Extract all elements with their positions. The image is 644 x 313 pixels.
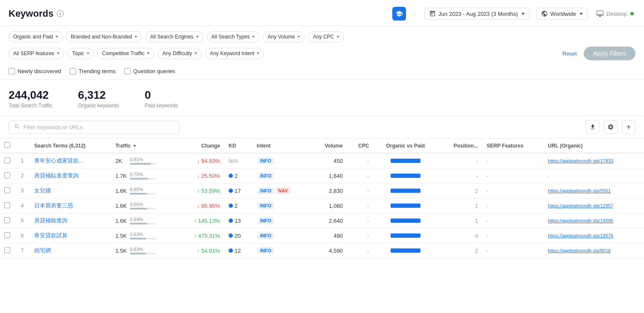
- row-change: ↑ 145.13%: [177, 213, 224, 228]
- url-link[interactable]: https://applealmondh sts/5561: [548, 188, 611, 193]
- intent-badge: NAV: [276, 187, 290, 194]
- traffic-value: 2K: [115, 158, 127, 164]
- export-icon-btn[interactable]: [586, 120, 600, 134]
- apply-filters-button[interactable]: Apply Filters: [584, 47, 635, 60]
- url-link[interactable]: https://applealmondh sts/8016: [548, 248, 611, 253]
- traffic-pct: 0.70%: [130, 172, 156, 177]
- row-keyword[interactable]: 房貸補助查詢: [30, 213, 111, 228]
- keyword-link[interactable]: 房貸補貼進度查詢: [34, 172, 79, 179]
- row-position: 2: [438, 183, 482, 198]
- row-keyword[interactable]: 日本買房要三思: [30, 198, 111, 213]
- row-serp-features: -: [482, 153, 544, 168]
- col-position[interactable]: Position...: [438, 139, 482, 153]
- filter-organic-paid[interactable]: Organic and Paid: [9, 31, 63, 42]
- date-range-selector[interactable]: Jun 2023 - Aug 2023 (3 Months): [424, 8, 529, 20]
- row-checkbox[interactable]: [4, 187, 10, 193]
- row-serp-features: -: [482, 168, 544, 183]
- newly-discovered-box: [9, 68, 15, 74]
- filter-topic[interactable]: Topic: [68, 48, 94, 59]
- col-serp-features[interactable]: SERP Features: [482, 139, 544, 153]
- filter-serp[interactable]: All SERP features: [9, 48, 64, 59]
- row-url: https://applealmondh sts/19676: [544, 228, 644, 243]
- url-link[interactable]: https://applealmondh sts/12957: [548, 203, 613, 208]
- col-organic-vs-paid[interactable]: Organic vs Paid: [373, 139, 438, 153]
- filter-row-1: Organic and Paid Branded and Non-Branded…: [9, 31, 635, 42]
- kd-dot: [229, 204, 233, 208]
- keyword-link[interactable]: 青年安心成家貸款...: [34, 157, 83, 164]
- filter-comp-traffic[interactable]: Competitive Traffic: [97, 48, 154, 59]
- col-traffic[interactable]: Traffic: [111, 139, 177, 153]
- keyword-search-input[interactable]: [24, 124, 174, 130]
- row-keyword[interactable]: 青安貸款試算: [30, 228, 111, 243]
- filter-keyword-intent-arrow: [257, 53, 259, 54]
- filter-keyword-intent[interactable]: Any Keyword Intent: [205, 48, 264, 59]
- filter-search-engines[interactable]: All Search Engines: [145, 31, 203, 42]
- row-checkbox[interactable]: [4, 172, 10, 178]
- row-organic-vs-paid: [373, 228, 438, 243]
- geo-selector[interactable]: Worldwide: [536, 8, 588, 20]
- url-link[interactable]: https://applealmondh sts/19676: [548, 233, 613, 238]
- col-cpc[interactable]: CPC: [347, 139, 373, 153]
- keyword-link[interactable]: 日本買房要三思: [34, 202, 73, 209]
- filter-volume[interactable]: Any Volume: [263, 31, 305, 42]
- filter-cpc[interactable]: Any CPC: [308, 31, 344, 42]
- add-icon-btn[interactable]: +: [622, 120, 635, 134]
- row-kd: 17: [224, 183, 253, 198]
- url-link[interactable]: https://applealmondh sts/17833: [548, 158, 613, 163]
- change-value: ↑ 53.59%: [197, 188, 220, 194]
- traffic-bar-fill: [130, 238, 146, 239]
- col-search-terms[interactable]: Search Terms (6,312): [30, 139, 111, 153]
- row-checkbox[interactable]: [4, 217, 10, 223]
- filter-branded[interactable]: Branded and Non-Branded: [66, 31, 142, 42]
- col-intent[interactable]: Intent: [253, 139, 311, 153]
- traffic-value: 1.5K: [115, 248, 127, 254]
- keyword-link[interactable]: 青安貸款試算: [34, 232, 68, 239]
- row-checkbox[interactable]: [4, 247, 10, 253]
- keyword-link[interactable]: 女兒牆: [34, 187, 51, 194]
- row-keyword[interactable]: 房貸補貼進度查詢: [30, 168, 111, 183]
- question-queries-checkbox[interactable]: Question queries: [124, 68, 175, 74]
- row-checkbox[interactable]: [4, 157, 10, 163]
- globe-icon: [541, 10, 548, 17]
- trending-terms-label: Trending terms: [79, 68, 116, 74]
- row-keyword[interactable]: 青年安心成家貸款...: [30, 153, 111, 168]
- row-checkbox[interactable]: [4, 232, 10, 238]
- traffic-pct: 0.63%: [130, 232, 156, 237]
- keyword-link[interactable]: 凶宅網: [34, 247, 51, 254]
- intent-badge: INFO: [258, 232, 274, 239]
- intent-badge: INFO: [258, 217, 274, 224]
- newly-discovered-checkbox[interactable]: Newly discovered: [9, 68, 61, 74]
- col-change[interactable]: Change: [177, 139, 224, 153]
- trending-terms-checkbox[interactable]: Trending terms: [70, 68, 116, 74]
- filter-difficulty[interactable]: Any Difficulty: [158, 48, 202, 59]
- col-volume[interactable]: Volume: [311, 139, 347, 153]
- settings-icon-btn[interactable]: [604, 120, 618, 134]
- reset-button[interactable]: Reset: [559, 49, 580, 59]
- device-selector[interactable]: Desktop: [594, 8, 635, 20]
- row-keyword[interactable]: 凶宅網: [30, 243, 111, 258]
- row-keyword[interactable]: 女兒牆: [30, 183, 111, 198]
- info-icon[interactable]: i: [57, 10, 64, 17]
- row-change: ↑ 53.59%: [177, 183, 224, 198]
- col-kd[interactable]: KD: [224, 139, 253, 153]
- row-kd: 20: [224, 228, 253, 243]
- filter-row-2: All SERP features Topic Competitive Traf…: [9, 47, 635, 60]
- col-num: [15, 139, 30, 153]
- filter-volume-label: Any Volume: [268, 34, 295, 40]
- filter-topic-arrow: [87, 53, 89, 54]
- row-number: 4: [15, 198, 30, 213]
- url-link[interactable]: https://applealmondh sts/19595: [548, 218, 613, 223]
- row-checkbox[interactable]: [4, 202, 10, 208]
- row-traffic: 1.7K 0.70%: [111, 168, 177, 183]
- kd-value: 20: [229, 233, 248, 239]
- col-url[interactable]: URL (Organic): [544, 139, 644, 153]
- row-url: https://applealmondh sts/19595: [544, 213, 644, 228]
- col-select-all[interactable]: [0, 139, 15, 153]
- traffic-value: 1.6K: [115, 218, 127, 224]
- traffic-bar-bg: [130, 208, 156, 210]
- select-all-checkbox[interactable]: [4, 142, 10, 148]
- filter-search-types[interactable]: All Search Types: [207, 31, 260, 42]
- row-position: 4: [438, 228, 482, 243]
- keyword-link[interactable]: 房貸補助查詢: [34, 217, 68, 224]
- change-value: ↑ 54.01%: [197, 248, 220, 254]
